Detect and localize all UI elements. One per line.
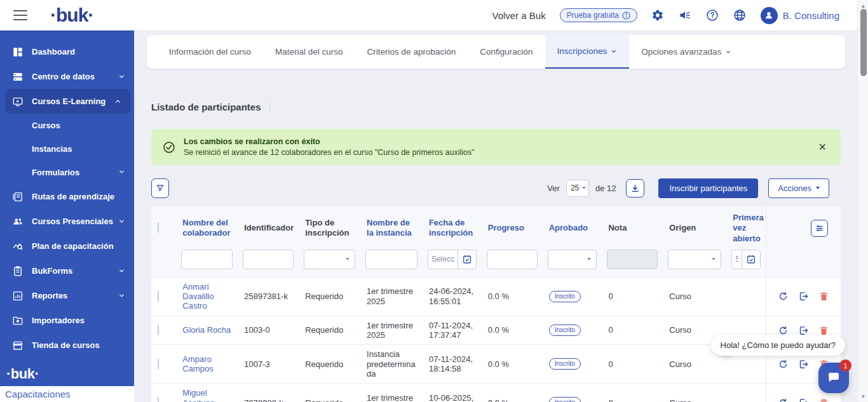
- tab-informacion-del-curso[interactable]: Información del curso: [157, 35, 263, 69]
- move-participant-icon[interactable]: [798, 325, 809, 336]
- sidebar-item-cursos-presenciales[interactable]: Cursos Presenciales: [0, 209, 134, 234]
- sidebar-footer-logo: ·buk·: [6, 366, 39, 382]
- identifier-cell: 1003-0: [238, 316, 299, 345]
- language-globe-icon[interactable]: [733, 9, 747, 22]
- sidebar-item-reportes[interactable]: Reportes: [0, 283, 134, 308]
- participants-table: Nombre del colaborador Identificador Tip…: [151, 206, 841, 402]
- calendar-button[interactable]: [742, 250, 760, 269]
- store-icon: [11, 339, 24, 351]
- sidebar-item-label: Formularios: [32, 168, 79, 177]
- calendar-icon: [462, 254, 472, 264]
- filter-instancia-input[interactable]: [365, 250, 417, 269]
- filter-origen-select[interactable]: [668, 250, 721, 269]
- sidebar-item-tienda[interactable]: Tienda de cursos: [0, 333, 134, 358]
- column-header-instancia[interactable]: Nombre de la instancia: [360, 206, 423, 245]
- column-header-primera-vez[interactable]: Primera vez abierto: [726, 206, 766, 245]
- tab-label: Opciones avanzadas: [641, 47, 721, 57]
- sidebar-item-rutas[interactable]: Rutas de aprendizaje: [0, 184, 134, 209]
- sidebar-subitem-cursos[interactable]: Cursos: [0, 114, 134, 137]
- account-menu[interactable]: B. Consulting: [761, 7, 839, 24]
- identifier-cell: 1007-3: [238, 345, 299, 384]
- sidebar-item-bukforms[interactable]: BukForms: [0, 258, 134, 283]
- participant-name-link[interactable]: Gloria Rocha: [176, 316, 238, 345]
- column-header-nombre[interactable]: Nombre del colaborador: [176, 206, 238, 245]
- tab-material-del-curso[interactable]: Material del curso: [263, 35, 355, 69]
- participant-name-link[interactable]: Miguel Aceituno Ibañez: [176, 384, 238, 402]
- back-to-buk-link[interactable]: Volver a Buk: [492, 10, 546, 21]
- scrollbar-down-arrow[interactable]: ▼: [858, 392, 868, 401]
- chevron-up-icon: [114, 98, 121, 105]
- column-header-progreso[interactable]: Progreso: [482, 206, 543, 245]
- chat-launcher-button[interactable]: 1: [818, 363, 849, 393]
- participant-name-link[interactable]: Amparo Campos: [176, 345, 238, 384]
- module-label[interactable]: Capacitaciones: [0, 386, 134, 402]
- reset-progress-icon[interactable]: [778, 359, 789, 370]
- sidebar-subitem-instancias[interactable]: Instancias: [0, 137, 134, 161]
- column-header-fecha[interactable]: Fecha de inscripción: [423, 206, 482, 245]
- delete-icon[interactable]: [818, 325, 829, 336]
- row-checkbox[interactable]: [158, 398, 159, 402]
- column-settings-button[interactable]: [811, 220, 828, 237]
- vertical-scrollbar[interactable]: ▲ ▼: [857, 0, 868, 402]
- title-divider: [269, 101, 270, 112]
- move-participant-icon[interactable]: [798, 291, 809, 302]
- sidebar-item-dashboard[interactable]: Dashboard: [0, 39, 134, 64]
- move-participant-icon[interactable]: [798, 359, 809, 370]
- grade-cell: 0: [602, 384, 663, 402]
- delete-icon[interactable]: [818, 398, 829, 402]
- filter-tipo-select[interactable]: [304, 250, 355, 269]
- reset-progress-icon[interactable]: [778, 325, 789, 336]
- instance-cell: 1er trimestre 2025: [360, 316, 423, 345]
- delete-icon[interactable]: [818, 291, 829, 302]
- column-header-aprobado[interactable]: Aprobado: [543, 206, 602, 245]
- sidebar-item-plan-capacitacion[interactable]: Plan de capacitación: [0, 234, 134, 258]
- row-checkbox[interactable]: [158, 359, 159, 370]
- filter-primera-vez-input[interactable]: [732, 250, 742, 269]
- filter-nota-input: [607, 250, 658, 269]
- filter-nombre-input[interactable]: [181, 250, 233, 269]
- enrollment-date-cell: 10-06-2025, 11:43:09: [423, 384, 482, 402]
- tab-opciones-avanzadas[interactable]: Opciones avanzadas: [629, 35, 743, 69]
- check-circle-icon: [163, 141, 175, 154]
- download-button[interactable]: [626, 179, 644, 198]
- filter-aprobado-select[interactable]: [548, 250, 597, 269]
- sidebar-item-centro-de-datos[interactable]: Centro de datos: [0, 64, 134, 89]
- announcements-megaphone-icon[interactable]: [679, 9, 692, 22]
- actions-dropdown-button[interactable]: Acciones: [768, 178, 829, 198]
- menu-toggle-icon[interactable]: [13, 10, 27, 20]
- reset-progress-icon[interactable]: [778, 291, 789, 302]
- trial-badge-label: Prueba gratuita: [567, 11, 619, 20]
- first-opened-cell: [726, 277, 766, 316]
- sidebar-item-importadores[interactable]: Importadores: [0, 308, 134, 333]
- filter-identificador-input[interactable]: [243, 250, 294, 269]
- scrollbar-thumb[interactable]: [860, 9, 867, 76]
- progress-cell: 0.0 %: [482, 384, 543, 402]
- row-checkbox[interactable]: [158, 291, 159, 302]
- inscribe-participants-button[interactable]: Inscribir participantes: [658, 178, 758, 198]
- tab-inscripciones[interactable]: Inscripciones: [545, 35, 630, 69]
- filter-progreso-input[interactable]: [487, 250, 538, 269]
- origin-cell: Curso: [663, 384, 726, 402]
- participants-table-card: Nombre del colaborador Identificador Tip…: [151, 206, 841, 402]
- trial-badge[interactable]: Prueba gratuita: [560, 8, 637, 22]
- origin-cell: Curso: [663, 277, 726, 316]
- sidebar-item-cursos-elearning[interactable]: Cursos E-Learning: [5, 89, 130, 114]
- sidebar-subitem-formularios[interactable]: Formularios: [0, 161, 134, 184]
- reset-progress-icon[interactable]: [778, 398, 789, 402]
- chat-tooltip[interactable]: Hola! ¿Cómo te puedo ayudar?: [711, 335, 845, 356]
- calendar-button[interactable]: [458, 250, 476, 269]
- settings-gear-icon[interactable]: [651, 9, 665, 22]
- tab-configuracion[interactable]: Configuración: [468, 35, 545, 69]
- help-icon[interactable]: [706, 9, 719, 22]
- tab-criterios-aprobacion[interactable]: Criterios de aprobación: [355, 35, 468, 69]
- select-all-checkbox[interactable]: [158, 222, 159, 233]
- page-size-select[interactable]: 25: [566, 180, 589, 197]
- column-header-identificador: Identificador: [238, 206, 299, 245]
- move-participant-icon[interactable]: [798, 398, 809, 402]
- participant-name-link[interactable]: Anmari Davalillo Castro: [176, 277, 238, 316]
- calendar-icon: [746, 254, 756, 264]
- alert-close-icon[interactable]: ✕: [816, 140, 829, 155]
- row-checkbox[interactable]: [158, 325, 159, 335]
- filter-button[interactable]: [151, 178, 169, 198]
- filter-fecha-input[interactable]: [428, 250, 458, 269]
